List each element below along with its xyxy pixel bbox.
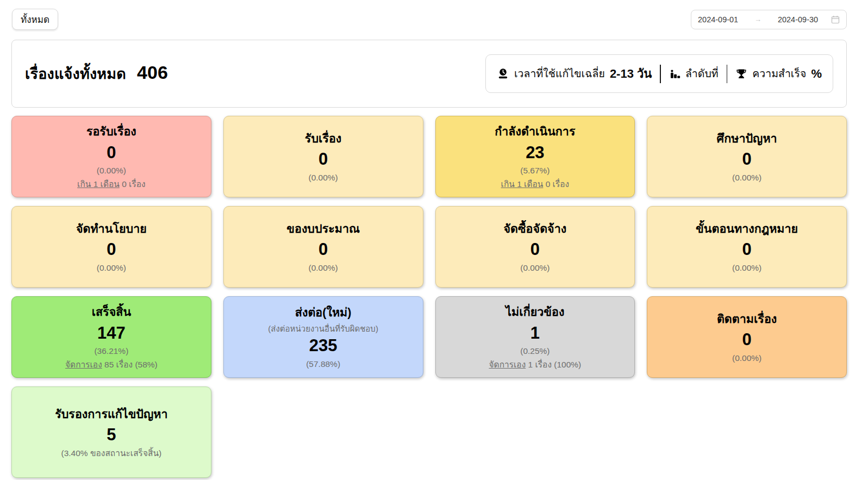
- card-percent: (0.00%): [308, 262, 338, 274]
- date-range-picker[interactable]: 2024-09-01 → 2024-09-30: [691, 10, 847, 29]
- card-link[interactable]: เกิน 1 เดือน: [77, 179, 120, 189]
- card-value: 0: [742, 329, 752, 351]
- status-card[interactable]: ศึกษาปัญหา 0 (0.00%): [647, 116, 847, 197]
- divider: [660, 65, 661, 83]
- card-title: จัดทำนโยบาย: [76, 220, 147, 238]
- divider: [727, 65, 728, 83]
- card-title: กำลังดำเนินการ: [495, 123, 575, 140]
- summary-title-group: เรื่องแจ้งทั้งหมด 406: [25, 62, 168, 85]
- card-percent: (0.25%): [520, 345, 549, 357]
- status-card[interactable]: จัดซื้อจัดจ้าง 0 (0.00%): [435, 206, 635, 288]
- date-end-input[interactable]: 2024-09-30: [778, 15, 818, 24]
- card-link[interactable]: เกิน 1 เดือน: [501, 179, 544, 189]
- status-card[interactable]: เสร็จสิ้น 147 (36.21%) จัดการเอง 85 เรื่…: [11, 296, 211, 378]
- card-title: เสร็จสิ้น: [92, 303, 131, 321]
- card-title: จัดซื้อจัดจ้าง: [503, 220, 566, 238]
- status-card[interactable]: กำลังดำเนินการ 23 (5.67%) เกิน 1 เดือน 0…: [435, 116, 635, 197]
- card-link-suffix: 0 เรื่อง: [120, 179, 146, 189]
- status-card[interactable]: รับเรื่อง 0 (0.00%): [223, 116, 423, 197]
- card-percent: (0.00%): [732, 262, 761, 274]
- card-percent: (0.00%): [732, 352, 761, 364]
- user-clock-icon: [497, 67, 509, 80]
- trophy-icon: [735, 68, 747, 80]
- calendar-icon[interactable]: [831, 15, 840, 24]
- card-link[interactable]: จัดการเอง: [489, 360, 526, 369]
- card-subtitle: (ส่งต่อหน่วยงานอื่นที่รับผิดชอบ): [268, 323, 378, 334]
- card-value: 0: [107, 142, 116, 164]
- card-percent: (0.00%): [97, 262, 126, 274]
- card-value: 0: [319, 239, 328, 260]
- stat-label: เวลาที่ใช้แก้ไขเฉลี่ย: [514, 65, 605, 82]
- card-percent: (57.88%): [306, 358, 340, 370]
- card-link-line: เกิน 1 เดือน 0 เรื่อง: [77, 178, 146, 190]
- status-card[interactable]: ขั้นตอนทางกฎหมาย 0 (0.00%): [647, 206, 847, 288]
- stat-avg-resolve-time: เวลาที่ใช้แก้ไขเฉลี่ย 2-13 วัน: [497, 64, 652, 83]
- card-percent: (3.40% ของสถานะเสร็จสิ้น): [61, 447, 162, 459]
- card-percent: (5.67%): [520, 165, 549, 177]
- card-link[interactable]: จัดการเอง: [65, 360, 102, 369]
- card-value: 23: [526, 142, 544, 164]
- card-link-suffix: 85 เรื่อง (58%): [102, 360, 158, 369]
- summary-card: เรื่องแจ้งทั้งหมด 406 เวลาที่ใช้แก้ไขเฉล…: [11, 40, 847, 108]
- card-title: ของบประมาณ: [286, 220, 360, 238]
- card-title: ส่งต่อ(ใหม่): [295, 304, 352, 321]
- card-value: 147: [97, 323, 126, 344]
- date-start-input[interactable]: 2024-09-01: [698, 15, 738, 24]
- status-card[interactable]: ส่งต่อ(ใหม่) (ส่งต่อหน่วยงานอื่นที่รับผิ…: [223, 296, 423, 378]
- stat-value: 2-13 วัน: [610, 64, 652, 83]
- summary-stats-box: เวลาที่ใช้แก้ไขเฉลี่ย 2-13 วัน ลำดับที่: [485, 54, 833, 93]
- status-card[interactable]: ติดตามเรื่อง 0 (0.00%): [647, 296, 847, 378]
- stat-value: %: [811, 67, 822, 81]
- card-value: 1: [530, 323, 540, 344]
- status-card[interactable]: ของบประมาณ 0 (0.00%): [223, 206, 423, 288]
- card-title: ศึกษาปัญหา: [717, 130, 777, 147]
- arrow-right-icon: →: [751, 15, 765, 23]
- ranking-icon: [669, 68, 680, 79]
- page-title: เรื่องแจ้งทั้งหมด: [25, 62, 126, 85]
- card-link-line: จัดการเอง 1 เรื่อง (100%): [489, 359, 581, 371]
- card-value: 0: [742, 239, 752, 260]
- card-value: 0: [319, 149, 328, 170]
- card-percent: (0.00%): [732, 172, 761, 184]
- card-value: 0: [530, 239, 540, 260]
- stat-success-rate: ความสำเร็จ %: [735, 65, 822, 82]
- card-title: ไม่เกี่ยวข้อง: [505, 303, 564, 321]
- card-value: 0: [107, 239, 116, 260]
- status-card[interactable]: รอรับเรื่อง 0 (0.00%) เกิน 1 เดือน 0 เรื…: [11, 116, 211, 197]
- card-value: 5: [107, 425, 116, 446]
- status-cards-grid: รอรับเรื่อง 0 (0.00%) เกิน 1 เดือน 0 เรื…: [0, 108, 868, 478]
- filter-all-button[interactable]: ทั้งหมด: [12, 9, 58, 30]
- card-percent: (0.00%): [97, 165, 126, 177]
- total-count: 406: [137, 62, 168, 83]
- card-link-line: จัดการเอง 85 เรื่อง (58%): [65, 359, 158, 371]
- card-percent: (0.00%): [308, 172, 338, 184]
- status-card[interactable]: ไม่เกี่ยวข้อง 1 (0.25%) จัดการเอง 1 เรื่…: [435, 296, 635, 378]
- card-link-suffix: 0 เรื่อง: [543, 179, 569, 189]
- card-percent: (0.00%): [520, 262, 549, 274]
- card-title: ติดตามเรื่อง: [717, 310, 777, 328]
- card-title: รอรับเรื่อง: [86, 123, 136, 140]
- card-value: 0: [742, 149, 752, 170]
- card-link-suffix: 1 เรื่อง (100%): [526, 360, 581, 369]
- stat-label: ความสำเร็จ: [752, 65, 806, 82]
- topbar: ทั้งหมด 2024-09-01 → 2024-09-30: [0, 0, 868, 40]
- stat-rank: ลำดับที่: [669, 65, 719, 82]
- card-title: ขั้นตอนทางกฎหมาย: [696, 220, 798, 238]
- card-title: รับเรื่อง: [305, 130, 342, 147]
- status-card[interactable]: จัดทำนโยบาย 0 (0.00%): [11, 206, 211, 288]
- card-percent: (36.21%): [94, 345, 128, 357]
- card-title: รับรองการแก้ไขปัญหา: [55, 406, 167, 423]
- status-card[interactable]: รับรองการแก้ไขปัญหา 5 (3.40% ของสถานะเสร…: [11, 387, 211, 478]
- card-value: 235: [309, 335, 338, 357]
- stat-label: ลำดับที่: [685, 65, 719, 82]
- card-link-line: เกิน 1 เดือน 0 เรื่อง: [501, 178, 570, 190]
